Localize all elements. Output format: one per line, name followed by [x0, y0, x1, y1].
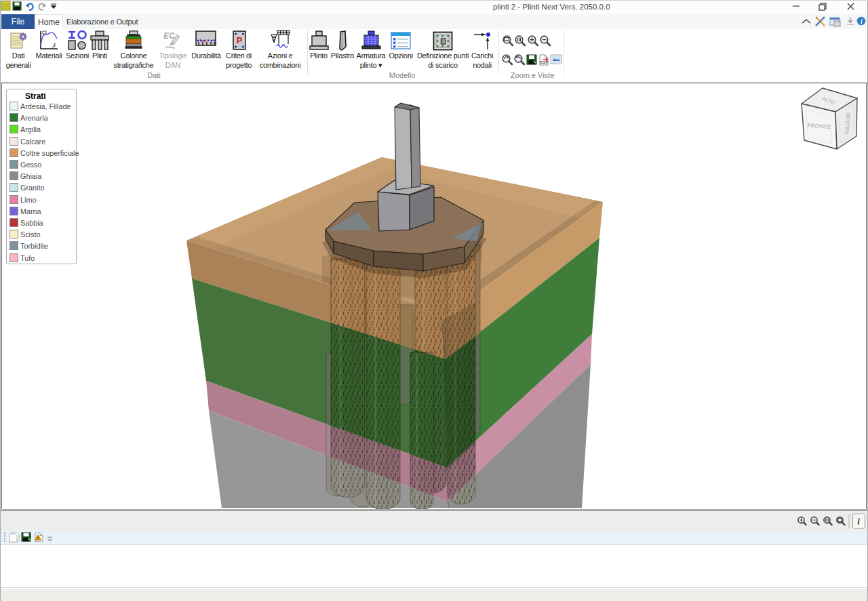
- svg-text:DXF: DXF: [540, 60, 549, 64]
- svg-text:i: i: [861, 18, 863, 25]
- svg-text:i: i: [857, 516, 860, 526]
- svg-text:P: P: [237, 36, 242, 45]
